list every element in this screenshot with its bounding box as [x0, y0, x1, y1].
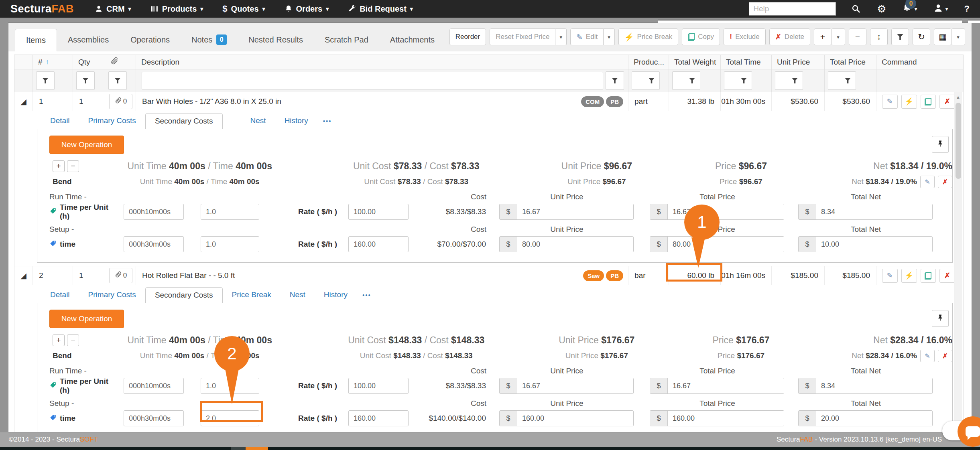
tab-nest[interactable]: Nest	[281, 287, 315, 303]
add-operation-button[interactable]: +	[53, 334, 65, 346]
menu-crm[interactable]: CRM ▾	[95, 4, 131, 14]
expand-rows-button[interactable]: ↕	[870, 28, 888, 45]
help-icon[interactable]: ?	[964, 4, 970, 14]
edit-operation-button[interactable]: ✎	[920, 350, 935, 362]
setup-total-net-input[interactable]	[816, 411, 932, 426]
setup-total-net-input[interactable]	[816, 237, 932, 252]
add-row-button[interactable]: +	[814, 28, 832, 45]
qty-filter-button[interactable]	[76, 71, 95, 90]
total-price-filter-button[interactable]	[828, 71, 856, 90]
run-rate-input[interactable]	[348, 204, 409, 220]
menu-products[interactable]: Products ▾	[150, 4, 203, 14]
tab-secondary-costs[interactable]: Secondary Costs	[145, 113, 223, 129]
time-filter-button[interactable]	[724, 71, 752, 90]
run-total-net-input[interactable]	[816, 378, 932, 393]
delete-row-button[interactable]: ✗	[939, 269, 955, 283]
edit-operation-button[interactable]: ✎	[920, 176, 935, 188]
tab-price-break[interactable]: Price Break	[223, 287, 281, 303]
price-break-row-button[interactable]: ⚡	[901, 269, 917, 283]
price-break-row-button[interactable]: ⚡	[901, 95, 917, 109]
tab-history[interactable]: History	[275, 113, 317, 129]
price-break-button[interactable]: ⚡Price Break	[618, 28, 679, 45]
tab-history[interactable]: History	[315, 287, 357, 303]
col-description[interactable]: Description	[136, 55, 628, 69]
setup-rate-input[interactable]	[348, 236, 409, 252]
tab-items[interactable]: Items	[15, 29, 57, 51]
tab-price-break[interactable]	[223, 113, 241, 129]
pin-button[interactable]	[932, 136, 949, 153]
edit-dropdown[interactable]: ▾	[604, 28, 615, 45]
gear-icon[interactable]: ⚙	[877, 4, 886, 14]
reset-fixed-price-button[interactable]: Reset Fixed Price	[490, 28, 555, 45]
tab-detail[interactable]: Detail	[41, 287, 79, 303]
setup-total-price-input[interactable]	[668, 411, 784, 426]
exclude-button[interactable]: !Exclude	[724, 28, 766, 45]
pin-button[interactable]	[932, 310, 949, 327]
tab-primary-costs[interactable]: Primary Costs	[79, 287, 145, 303]
grid-view-button[interactable]: ▦	[934, 28, 952, 45]
weight-filter-button[interactable]	[672, 71, 700, 90]
help-search-input[interactable]	[749, 2, 836, 16]
edit-row-button[interactable]: ✎	[882, 95, 898, 109]
notifications-button[interactable]: 0 ▾	[902, 3, 917, 14]
add-row-dropdown[interactable]: ▾	[832, 28, 845, 45]
run-qty-input[interactable]	[201, 204, 259, 220]
run-unit-price-input[interactable]	[517, 204, 633, 219]
delete-operation-button[interactable]: ✗	[938, 176, 952, 188]
col-product[interactable]: Produc...	[628, 55, 669, 69]
attachments-button[interactable]: 0	[109, 268, 132, 283]
tab-assemblies[interactable]: Assemblies	[57, 28, 120, 51]
run-total-net-input[interactable]	[816, 204, 932, 219]
setup-qty-input[interactable]	[201, 236, 259, 252]
col-total-time[interactable]: Total Time	[721, 55, 772, 69]
menu-orders[interactable]: Orders ▾	[285, 4, 329, 14]
edit-button[interactable]: ✎Edit	[570, 28, 604, 45]
tab-scratch-pad[interactable]: Scratch Pad	[314, 28, 379, 51]
setup-time-input[interactable]	[124, 236, 184, 252]
app-logo[interactable]: SecturaFAB	[10, 3, 74, 15]
edit-row-button[interactable]: ✎	[882, 269, 898, 283]
tab-attachments[interactable]: Attachments	[379, 28, 445, 51]
col-total-weight[interactable]: Total Weight	[669, 55, 721, 69]
refresh-button[interactable]: ↻	[913, 28, 930, 45]
tab-secondary-costs[interactable]: Secondary Costs	[145, 287, 223, 303]
setup-unit-price-input[interactable]	[517, 237, 633, 252]
reset-fixed-price-dropdown[interactable]: ▾	[555, 28, 567, 45]
col-total-price[interactable]: Total Price	[825, 55, 876, 69]
run-total-price-input[interactable]	[668, 378, 784, 393]
menu-bid-request[interactable]: Bid Request ▾	[348, 4, 413, 14]
copy-row-button[interactable]	[921, 269, 936, 283]
filter-button[interactable]	[891, 28, 909, 45]
time-per-unit-input[interactable]	[124, 378, 184, 394]
setup-time-input[interactable]	[124, 410, 184, 426]
delete-operation-button[interactable]: ✗	[938, 350, 952, 362]
grid-view-dropdown[interactable]: ▾	[952, 28, 965, 45]
copy-button[interactable]: Copy	[682, 28, 720, 45]
product-filter-button[interactable]	[632, 71, 660, 90]
delete-button[interactable]: ✗Delete	[769, 28, 810, 45]
tab-nested-results[interactable]: Nested Results	[238, 28, 314, 51]
tab-operations[interactable]: Operations	[120, 28, 181, 51]
delete-row-button[interactable]: ✗	[939, 95, 955, 109]
tab-nest[interactable]: Nest	[241, 113, 275, 129]
col-num[interactable]: #↑	[33, 55, 73, 69]
attachments-filter-button[interactable]	[108, 71, 127, 90]
copy-row-button[interactable]	[921, 95, 936, 109]
table-row[interactable]: ◢ 1 1 0 Bar With Holes - 1/2" A36 8.0 in…	[14, 92, 964, 111]
col-attachments[interactable]	[105, 55, 136, 69]
run-rate-input[interactable]	[348, 378, 409, 394]
setup-unit-price-input[interactable]	[517, 411, 633, 426]
remove-operation-button[interactable]: −	[67, 160, 79, 172]
row-expander[interactable]: ◢	[14, 92, 33, 111]
tab-primary-costs[interactable]: Primary Costs	[79, 113, 145, 129]
num-filter-button[interactable]	[36, 71, 55, 90]
user-menu-button[interactable]: ▾	[933, 3, 948, 14]
run-unit-price-input[interactable]	[517, 378, 633, 393]
new-operation-button[interactable]: New Operation	[49, 136, 124, 154]
col-qty[interactable]: Qty	[73, 55, 105, 69]
more-tabs-button[interactable]: •••	[317, 113, 338, 129]
tab-notes[interactable]: Notes 0	[181, 28, 238, 51]
time-per-unit-input[interactable]	[124, 204, 184, 220]
row-expander[interactable]: ◢	[14, 266, 33, 285]
menu-quotes[interactable]: $ Quotes ▾	[222, 4, 265, 14]
